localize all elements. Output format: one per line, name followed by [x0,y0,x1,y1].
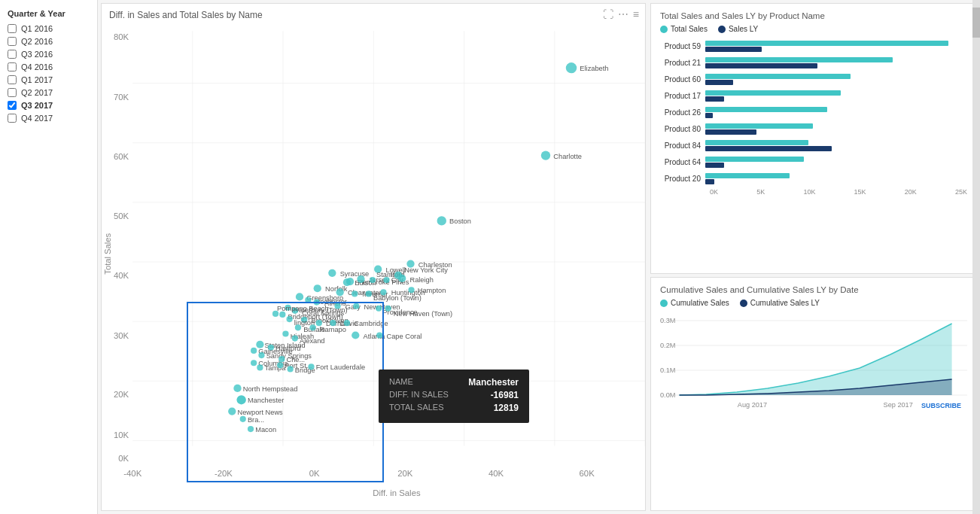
svg-point-78 [316,320,322,326]
tooltip-name-val: Manchester [468,377,519,388]
checkbox-7[interactable] [8,114,17,123]
checkbox-0[interactable] [8,24,17,33]
svg-text:New Haven (Town): New Haven (Town) [394,310,452,318]
svg-point-94 [352,331,359,339]
svg-text:Pompano Beach: Pompano Beach [277,305,329,312]
bar-teal [705,173,790,178]
checkbox-2[interactable] [8,50,17,59]
svg-point-110 [257,364,263,370]
svg-text:Fort Lauderdale: Fort Lauderdale [316,363,365,371]
legend-cum-ly: Cumulative Sales LY [740,299,820,307]
legend-total-sales: Total Sales [660,25,708,33]
main-chart-title: Diff. in Sales and Total Sales by Name [102,4,645,23]
quarter-year-item-3[interactable]: Q4 2016 [8,62,90,71]
scrollbar-thumb[interactable] [972,8,980,38]
legend-cum-sales: Cumulative Sales [660,299,729,307]
subscribe-button[interactable]: SUBSCRIBE [921,402,961,409]
svg-text:60K: 60K [580,469,595,478]
svg-point-106 [258,352,264,358]
right-bottom: Cumulative Sales and Cumulative Sales LY… [650,277,977,511]
left-panel: Quarter & Year Q1 2016Q2 2016Q3 2016Q4 2… [0,0,98,514]
legend-dot-cum-navy [740,300,747,307]
quarter-year-item-4[interactable]: Q1 2017 [8,75,90,84]
bar-teal [705,57,893,62]
quarter-year-item-7[interactable]: Q4 2017 [8,114,90,123]
svg-text:Cambridge: Cambridge [354,320,388,327]
quarter-year-label-6: Q3 2017 [21,101,53,110]
svg-point-42 [398,275,406,282]
svg-point-18 [566,62,577,73]
legend-dot-teal [660,26,668,33]
svg-text:0.0M: 0.0M [660,391,675,399]
bar-row: Product 26 [660,105,967,119]
legend-label-cum-ly: Cumulative Sales LY [750,299,820,307]
bar-x-label: 20K [905,188,917,196]
checkbox-5[interactable] [8,88,17,97]
checkbox-6[interactable] [8,101,17,110]
quarter-year-item-0[interactable]: Q1 2016 [8,24,90,33]
cum-chart-svg: 0.3M 0.2M 0.1M 0.0M Aug 2017 Sep 2017 [660,313,967,411]
svg-text:Charlotte: Charlotte [553,153,582,160]
svg-point-38 [383,277,389,283]
legend-label-total: Total Sales [671,25,708,33]
svg-point-84 [286,316,292,322]
svg-point-80 [330,320,336,326]
bar-navy [705,47,762,52]
svg-text:Hampton: Hampton [418,287,446,294]
right-top: Total Sales and Sales LY by Product Name… [650,3,977,274]
checkbox-3[interactable] [8,62,17,71]
tooltip-diff-label: DIFF. IN SALES [389,390,449,400]
svg-text:New York City: New York City [404,266,448,274]
cum-chart-legend: Cumulative Sales Cumulative Sales LY [660,299,967,307]
chart-icons[interactable]: ⛶ ⋯ ≡ [603,8,639,20]
scatter-svg: 80K 70K 60K 50K 40K 30K 20K 10K 0K -40K … [102,23,645,500]
quarter-year-label-3: Q4 2016 [21,62,53,71]
svg-text:40K: 40K [114,271,129,280]
tooltip-diff-val: -16981 [491,390,519,400]
quarter-year-item-2[interactable]: Q3 2016 [8,50,90,59]
bar-row: Product 84 [660,138,967,152]
checkbox-1[interactable] [8,37,17,46]
svg-text:80K: 80K [114,33,129,42]
expand-icon[interactable]: ⛶ [603,8,613,20]
bar-teal [705,74,851,79]
quarter-year-item-5[interactable]: Q2 2017 [8,88,90,97]
svg-text:Boston: Boston [449,218,471,226]
bar-row: Product 20 [660,172,967,185]
tooltip-total-val: 12819 [494,403,519,413]
svg-point-120 [236,395,245,404]
quarter-year-item-6[interactable]: Q3 2017 [8,101,90,110]
bar-x-axis: 0K5K10K15K20K25K [710,188,967,196]
svg-point-66 [376,306,382,312]
checkbox-4[interactable] [8,75,17,84]
svg-text:40K: 40K [488,469,504,478]
svg-point-88 [309,324,315,330]
svg-text:50K: 50K [114,211,129,221]
bar-row: Product 60 [660,72,967,86]
bar-row: Product 80 [660,122,967,135]
menu-icon[interactable]: ⋯ [618,8,628,20]
svg-text:Diff. in Sales: Diff. in Sales [373,488,421,497]
svg-text:Macon: Macon [255,426,276,433]
bar-chart-legend: Total Sales Sales LY [660,25,967,33]
scrollbar[interactable] [972,0,980,514]
bar-navy [705,163,724,168]
bar-x-label: 25K [955,188,967,196]
svg-text:-40K: -40K [123,469,142,478]
svg-point-58 [305,297,311,303]
quarter-year-item-1[interactable]: Q2 2016 [8,37,90,46]
svg-text:Elizabeth: Elizabeth [580,65,608,72]
svg-point-20 [541,151,550,160]
svg-point-116 [308,363,314,370]
svg-text:Ramapo: Ramapo [320,326,346,333]
bar-teal [705,157,804,162]
bar-row: Product 64 [660,155,967,169]
tooltip-total-label: TOTAL SALES [389,403,444,413]
svg-text:Total Sales: Total Sales [103,233,112,275]
bar-label: Product 59 [660,42,705,50]
cum-chart-title: Cumulative Sales and Cumulative Sales LY… [660,285,967,294]
bar-navy [705,179,714,184]
bar-label: Product 21 [660,59,705,67]
bar-teal [705,90,841,96]
svg-text:-20K: -20K [215,469,233,478]
